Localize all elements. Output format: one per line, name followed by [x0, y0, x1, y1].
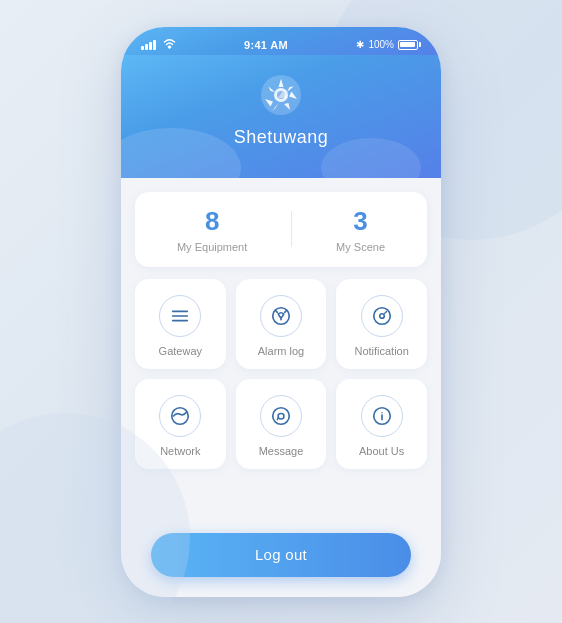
wifi-icon	[163, 39, 176, 51]
app-header: Shetuwang	[121, 55, 441, 178]
status-left	[141, 39, 176, 51]
menu-item-gateway[interactable]: Gateway	[135, 279, 226, 369]
svg-line-10	[285, 310, 287, 312]
status-time: 9:41 AM	[244, 39, 288, 51]
message-icon-circle	[260, 395, 302, 437]
status-bar: 9:41 AM ✱ 100%	[121, 27, 441, 55]
about-us-label: About Us	[359, 445, 404, 457]
about-icon-circle	[361, 395, 403, 437]
menu-item-alarm-log[interactable]: Alarm log	[236, 279, 327, 369]
app-logo	[257, 71, 305, 119]
message-label: Message	[259, 445, 304, 457]
stats-card: 8 My Equipment 3 My Scene	[135, 192, 427, 267]
gateway-label: Gateway	[159, 345, 202, 357]
phone-container: 9:41 AM ✱ 100%	[121, 27, 441, 597]
menu-grid: Gateway Alarm log	[135, 279, 427, 469]
scene-label: My Scene	[336, 241, 385, 253]
equipment-label: My Equipment	[177, 241, 247, 253]
scene-count: 3	[353, 206, 367, 237]
menu-item-network[interactable]: Network	[135, 379, 226, 469]
notification-icon-circle	[361, 295, 403, 337]
menu-item-about-us[interactable]: About Us	[336, 379, 427, 469]
scene-stat: 3 My Scene	[336, 206, 385, 253]
menu-item-message[interactable]: Message	[236, 379, 327, 469]
status-right: ✱ 100%	[356, 39, 421, 50]
signal-icon	[141, 40, 156, 50]
equipment-count: 8	[205, 206, 219, 237]
bluetooth-icon: ✱	[356, 39, 364, 50]
network-icon-circle	[159, 395, 201, 437]
app-title: Shetuwang	[234, 127, 329, 148]
menu-item-notification[interactable]: Notification	[336, 279, 427, 369]
notification-label: Notification	[354, 345, 408, 357]
equipment-stat: 8 My Equipment	[177, 206, 247, 253]
svg-point-14	[273, 407, 290, 424]
svg-line-9	[275, 310, 277, 312]
gateway-icon-circle	[159, 295, 201, 337]
svg-point-11	[373, 307, 390, 324]
stats-divider	[291, 211, 292, 247]
svg-point-12	[379, 313, 384, 318]
alarm-log-label: Alarm log	[258, 345, 304, 357]
battery-percent: 100%	[368, 39, 394, 50]
logout-button[interactable]: Log out	[151, 533, 411, 577]
network-label: Network	[160, 445, 200, 457]
body-content: 8 My Equipment 3 My Scene Gate	[121, 178, 441, 523]
svg-point-0	[168, 46, 170, 48]
battery-icon	[398, 40, 421, 50]
logout-section: Log out	[121, 523, 441, 597]
alarm-icon-circle	[260, 295, 302, 337]
svg-point-17	[381, 412, 382, 413]
